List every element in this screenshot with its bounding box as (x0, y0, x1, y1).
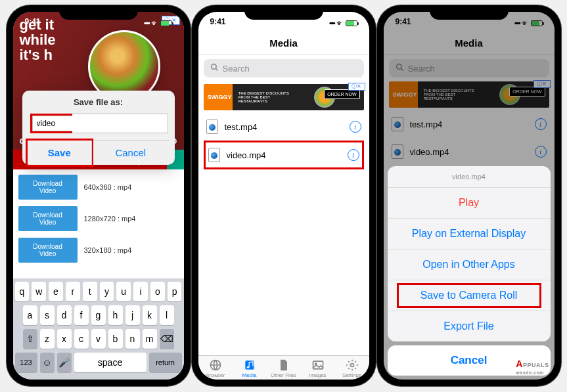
key-mic[interactable]: 🎤 (57, 353, 72, 372)
key-v[interactable]: v (91, 329, 106, 349)
download-button[interactable]: Download Video (18, 206, 78, 231)
kb-row-1: q w e r t y u i o p (15, 282, 182, 301)
phone-frame-2: 9:41 •••• ᯤ Media Search (192, 5, 376, 386)
action-save-camera-roll[interactable]: Save to Camera Roll (388, 280, 551, 311)
keyboard[interactable]: q w e r t y u i o p a s d f g h j k l (13, 278, 184, 380)
key-return[interactable]: return (149, 353, 182, 372)
file-row-test[interactable]: test.mp4 i (198, 113, 369, 141)
download-row: Download Video 640x360 : mp4 (18, 175, 179, 200)
key-k[interactable]: k (143, 305, 157, 325)
ad-close-icon[interactable]: ⓘ✕ (348, 83, 365, 91)
video-file-icon (206, 120, 218, 134)
kb-row-2: a s d f g h j k l (15, 305, 182, 325)
key-x[interactable]: x (57, 329, 72, 349)
key-h[interactable]: h (108, 305, 123, 325)
svg-rect-9 (313, 361, 323, 369)
notch (59, 5, 138, 20)
cancel-button[interactable]: Cancel (91, 141, 170, 165)
key-g[interactable]: g (91, 305, 106, 325)
download-row: Download Video 1280x720 : mp4 (18, 206, 179, 231)
signal-icon: •••• (144, 19, 148, 27)
download-format: 1280x720 : mp4 (84, 215, 136, 223)
download-list: Download Video 640x360 : mp4 Download Vi… (13, 169, 184, 274)
ad-text: THE BIGGEST DISCOUNTS FROM THE BEST REST… (238, 91, 291, 103)
save-highlight: Save (26, 139, 94, 167)
action-open-other-apps[interactable]: Open in Other Apps (388, 249, 551, 280)
save-button[interactable]: Save (28, 141, 92, 165)
key-emoji[interactable]: ☺ (40, 353, 55, 372)
tab-media[interactable]: Media (233, 359, 267, 378)
key-space[interactable]: space (74, 353, 147, 372)
kb-row-4: 123 ☺ 🎤 space return (15, 353, 182, 372)
key-i[interactable]: i (133, 282, 148, 301)
ad-banner[interactable]: SWIGGY THE BIGGEST DISCOUNTS FROM THE BE… (204, 84, 364, 110)
key-o[interactable]: o (150, 282, 165, 301)
key-b[interactable]: b (108, 329, 123, 349)
nav-bar: Media (198, 32, 369, 55)
status-right: •••• ᯤ (329, 17, 357, 29)
file-row-video-highlight[interactable]: video.mp4 i (204, 141, 364, 169)
phone-frame-3: 9:41 •••• ᯤ Media (377, 5, 561, 386)
download-button[interactable]: Download Video (18, 175, 78, 200)
key-l[interactable]: l (160, 305, 174, 325)
key-u[interactable]: u (116, 282, 131, 301)
tab-images[interactable]: Images (301, 359, 335, 378)
key-t[interactable]: t (83, 282, 97, 301)
action-sheet-group: video.mp4 Play Play on External Display … (388, 166, 551, 341)
key-a[interactable]: a (23, 305, 37, 325)
info-icon[interactable]: i (348, 149, 359, 161)
notch (244, 5, 323, 20)
download-button[interactable]: Download Video (18, 238, 78, 263)
key-shift[interactable]: ⇧ (23, 329, 37, 349)
action-external-display[interactable]: Play on External Display (388, 218, 551, 249)
order-button[interactable]: ORDER NOW (324, 89, 359, 99)
tab-browser[interactable]: Browser (198, 359, 233, 378)
key-n[interactable]: n (125, 329, 140, 349)
key-m[interactable]: m (143, 329, 157, 349)
svg-point-11 (350, 364, 353, 367)
kb-row-3: ⇧ z x c v b n m ⌫ (15, 329, 182, 349)
tab-settings[interactable]: Settings (335, 359, 369, 378)
sheet-title: video.mp4 (388, 166, 551, 187)
phone-frame-1: 9:41 •••• ᯤ ⓘ ✕ get it while it's h orc … (7, 5, 191, 386)
key-e[interactable]: e (49, 282, 63, 301)
status-right: •••• ᯤ (144, 17, 171, 29)
search-placeholder: Search (223, 64, 250, 74)
info-icon[interactable]: i (350, 121, 361, 133)
ad-brand: SWIGGY (208, 94, 232, 100)
action-export-file[interactable]: Export File (388, 311, 551, 341)
status-time: 9:41 (210, 17, 226, 29)
battery-icon (160, 20, 172, 26)
key-q[interactable]: q (15, 282, 30, 301)
download-format: 640x360 : mp4 (84, 183, 132, 191)
filename-highlight (30, 114, 75, 133)
search-input[interactable]: Search (204, 59, 364, 77)
status-time: 9:41 (25, 17, 41, 29)
key-s[interactable]: s (40, 305, 55, 325)
action-play[interactable]: Play (388, 187, 551, 218)
signal-icon: •••• (329, 19, 334, 27)
screen-3: 9:41 •••• ᯤ Media (384, 12, 555, 380)
key-z[interactable]: z (40, 329, 55, 349)
key-backspace[interactable]: ⌫ (160, 329, 174, 349)
key-w[interactable]: w (32, 282, 46, 301)
key-y[interactable]: y (100, 282, 114, 301)
download-row: Download Video 320x180 : mp4 (18, 238, 179, 263)
screen-2: 9:41 •••• ᯤ Media Search (198, 12, 369, 380)
key-123[interactable]: 123 (15, 353, 37, 372)
key-f[interactable]: f (74, 305, 89, 325)
file-name: video.mp4 (227, 150, 266, 160)
filename-input-ext[interactable] (72, 114, 168, 133)
key-r[interactable]: r (66, 282, 80, 301)
tab-other-files[interactable]: Other Files (267, 359, 301, 378)
wifi-icon: ᯤ (336, 19, 344, 27)
key-d[interactable]: d (57, 305, 72, 325)
nav-title: Media (269, 37, 298, 49)
download-format: 320x180 : mp4 (84, 246, 132, 254)
key-c[interactable]: c (74, 329, 89, 349)
filename-input[interactable] (32, 116, 73, 131)
video-file-icon (208, 148, 220, 162)
key-p[interactable]: p (168, 282, 182, 301)
key-j[interactable]: j (125, 305, 140, 325)
search-icon (210, 63, 219, 74)
